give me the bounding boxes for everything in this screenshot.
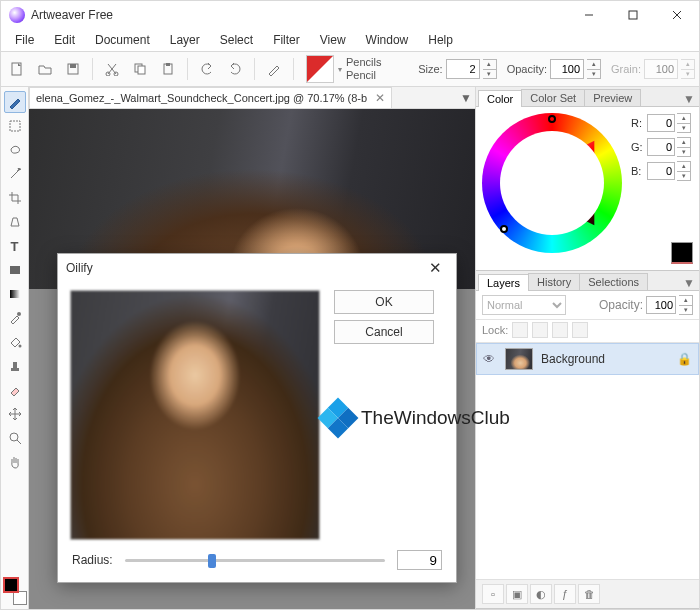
radius-slider[interactable] xyxy=(125,551,385,569)
new-group-button[interactable]: ▣ xyxy=(506,584,528,604)
b-spinner[interactable]: ▴▾ xyxy=(677,161,691,181)
lock-position-button[interactable] xyxy=(532,322,548,338)
gradient-tool[interactable] xyxy=(4,283,26,305)
layer-opacity-input[interactable] xyxy=(646,296,676,314)
open-file-button[interactable] xyxy=(33,57,57,81)
add-mask-button[interactable]: ◐ xyxy=(530,584,552,604)
wand-tool[interactable] xyxy=(4,163,26,185)
foreground-color-swatch[interactable] xyxy=(3,577,19,593)
menu-filter[interactable]: Filter xyxy=(265,31,308,49)
dropper-tool[interactable] xyxy=(4,307,26,329)
brush-selector[interactable]: ▾ Pencils Pencil xyxy=(301,55,386,83)
cancel-button[interactable]: Cancel xyxy=(334,320,434,344)
cut-button[interactable] xyxy=(100,57,124,81)
background-color-swatch[interactable] xyxy=(13,591,27,605)
visibility-icon[interactable]: 👁 xyxy=(483,352,497,366)
marquee-tool[interactable] xyxy=(4,115,26,137)
tab-layers[interactable]: Layers xyxy=(478,274,529,291)
document-tab-menu-icon[interactable]: ▼ xyxy=(457,87,475,108)
grain-field: Grain: ▴▾ xyxy=(611,59,695,79)
copy-button[interactable] xyxy=(128,57,152,81)
opacity-label: Opacity: xyxy=(507,63,547,75)
g-input[interactable] xyxy=(647,138,675,156)
radius-input[interactable] xyxy=(397,550,442,570)
move-tool[interactable] xyxy=(4,403,26,425)
menu-help[interactable]: Help xyxy=(420,31,461,49)
slider-thumb-icon[interactable] xyxy=(208,554,216,568)
tab-color-set[interactable]: Color Set xyxy=(521,89,585,106)
hand-tool[interactable] xyxy=(4,451,26,473)
menu-document[interactable]: Document xyxy=(87,31,158,49)
r-input[interactable] xyxy=(647,114,675,132)
new-layer-button[interactable]: ▫ xyxy=(482,584,504,604)
paste-button[interactable] xyxy=(156,57,180,81)
menu-edit[interactable]: Edit xyxy=(46,31,83,49)
document-tab-close-icon[interactable]: ✕ xyxy=(373,91,387,105)
opacity-input[interactable] xyxy=(550,59,584,79)
hue-indicator-icon[interactable] xyxy=(548,115,556,123)
tab-preview[interactable]: Preview xyxy=(584,89,641,106)
stamp-tool[interactable] xyxy=(4,355,26,377)
opacity-spinner[interactable]: ▴▾ xyxy=(587,59,601,79)
color-pane-menu-icon[interactable]: ▼ xyxy=(683,92,699,106)
current-color-swatch[interactable] xyxy=(671,242,693,264)
brush-category-label: Pencils xyxy=(346,56,381,69)
layers-pane-menu-icon[interactable]: ▼ xyxy=(683,276,699,290)
sv-triangle[interactable] xyxy=(505,136,599,230)
text-tool[interactable]: T xyxy=(4,235,26,257)
layer-opacity-spinner[interactable]: ▴▾ xyxy=(679,295,693,315)
close-button[interactable] xyxy=(655,1,699,29)
menu-file[interactable]: File xyxy=(7,31,42,49)
sv-indicator-icon[interactable] xyxy=(500,225,508,233)
perspective-tool[interactable] xyxy=(4,211,26,233)
menu-layer[interactable]: Layer xyxy=(162,31,208,49)
size-spinner[interactable]: ▴▾ xyxy=(483,59,497,79)
save-file-button[interactable] xyxy=(61,57,85,81)
color-wheel[interactable] xyxy=(482,113,622,253)
color-swatches[interactable] xyxy=(3,575,27,605)
fx-button[interactable]: ƒ xyxy=(554,584,576,604)
tool-strip: T xyxy=(1,87,29,609)
g-label: G: xyxy=(631,141,645,153)
blend-mode-select[interactable]: Normal xyxy=(482,295,566,315)
delete-layer-button[interactable]: 🗑 xyxy=(578,584,600,604)
maximize-button[interactable] xyxy=(611,1,655,29)
lock-pixels-button[interactable] xyxy=(512,322,528,338)
new-file-button[interactable] xyxy=(5,57,29,81)
tab-color[interactable]: Color xyxy=(478,90,522,107)
b-input[interactable] xyxy=(647,162,675,180)
lasso-tool[interactable] xyxy=(4,139,26,161)
minimize-button[interactable] xyxy=(567,1,611,29)
dialog-close-icon[interactable]: ✕ xyxy=(423,257,448,279)
menu-view[interactable]: View xyxy=(312,31,354,49)
size-input[interactable] xyxy=(446,59,480,79)
svg-rect-11 xyxy=(10,266,20,274)
menu-select[interactable]: Select xyxy=(212,31,261,49)
lock-all-button[interactable] xyxy=(552,322,568,338)
zoom-tool[interactable] xyxy=(4,427,26,449)
layer-opacity-label: Opacity: xyxy=(599,298,643,312)
brush-tool[interactable] xyxy=(4,91,26,113)
fill-tool[interactable] xyxy=(4,331,26,353)
tab-history[interactable]: History xyxy=(528,273,580,290)
lock-extra-button[interactable] xyxy=(572,322,588,338)
r-spinner[interactable]: ▴▾ xyxy=(677,113,691,133)
grain-input xyxy=(644,59,678,79)
ok-button[interactable]: OK xyxy=(334,290,434,314)
brush-quick-button[interactable] xyxy=(262,57,286,81)
size-label: Size: xyxy=(418,63,442,75)
crop-tool[interactable] xyxy=(4,187,26,209)
undo-button[interactable] xyxy=(195,57,219,81)
menu-window[interactable]: Window xyxy=(358,31,417,49)
svg-rect-16 xyxy=(13,362,17,368)
document-tab[interactable]: elena_Gomez_-_Walmart_Soundcheck_Concert… xyxy=(29,87,392,108)
dialog-titlebar[interactable]: Oilify ✕ xyxy=(58,254,456,282)
eraser-tool[interactable] xyxy=(4,379,26,401)
layer-item[interactable]: 👁 Background 🔒 xyxy=(476,343,699,375)
tab-selections[interactable]: Selections xyxy=(579,273,648,290)
redo-button[interactable] xyxy=(223,57,247,81)
lock-label: Lock: xyxy=(482,324,508,336)
dialog-title: Oilify xyxy=(66,261,93,275)
g-spinner[interactable]: ▴▾ xyxy=(677,137,691,157)
shape-tool[interactable] xyxy=(4,259,26,281)
